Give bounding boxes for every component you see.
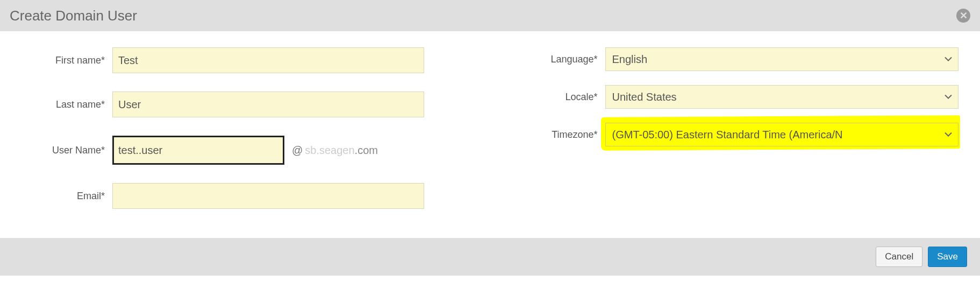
save-button[interactable]: Save	[928, 247, 967, 267]
label-language: Language*	[506, 54, 598, 65]
label-locale: Locale*	[506, 92, 598, 103]
locale-select[interactable]: United States	[605, 85, 959, 109]
row-user-name: User Name* @sb.seagen.com	[22, 136, 474, 165]
timezone-select[interactable]: (GMT-05:00) Eastern Standard Time (Ameri…	[605, 123, 959, 146]
close-icon: ✕	[960, 11, 968, 20]
dialog-header: Create Domain User ✕	[0, 0, 980, 31]
user-name-input[interactable]	[112, 136, 284, 165]
dialog-title: Create Domain User	[10, 8, 137, 24]
last-name-input[interactable]	[112, 92, 424, 117]
dialog-body: First name* Last name* User Name* @sb.se…	[0, 31, 980, 238]
cancel-button[interactable]: Cancel	[876, 247, 922, 267]
at-symbol: @	[292, 144, 303, 156]
row-language: Language* English	[506, 47, 959, 71]
timezone-select-wrap: (GMT-05:00) Eastern Standard Time (Ameri…	[605, 123, 959, 146]
label-timezone: Timezone*	[506, 129, 598, 141]
email-input[interactable]	[112, 183, 424, 209]
label-last-name: Last name*	[22, 99, 105, 110]
row-first-name: First name*	[22, 47, 474, 73]
left-column: First name* Last name* User Name* @sb.se…	[22, 47, 474, 227]
label-user-name: User Name*	[22, 145, 105, 156]
language-select[interactable]: English	[605, 47, 959, 71]
language-select-wrap: English	[605, 47, 959, 71]
username-domain-suffix: @sb.seagen.com	[292, 144, 378, 157]
domain-tail: .com	[355, 144, 378, 156]
first-name-input[interactable]	[112, 47, 424, 73]
locale-select-wrap: United States	[605, 85, 959, 109]
row-email: Email*	[22, 183, 474, 209]
close-button[interactable]: ✕	[956, 9, 970, 23]
right-column: Language* English Locale* United States …	[506, 47, 959, 227]
row-timezone: Timezone* (GMT-05:00) Eastern Standard T…	[506, 123, 959, 146]
label-first-name: First name*	[22, 55, 105, 66]
domain-faded: sb.seagen	[305, 144, 354, 156]
dialog-footer: Cancel Save	[0, 238, 980, 276]
row-locale: Locale* United States	[506, 85, 959, 109]
label-email: Email*	[22, 191, 105, 202]
row-last-name: Last name*	[22, 92, 474, 117]
